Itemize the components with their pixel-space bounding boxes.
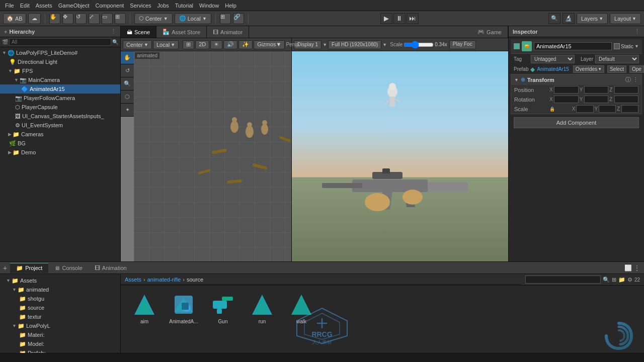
transform-all-btn[interactable]: ⊞ xyxy=(115,13,126,24)
scene-zoom-tool[interactable]: 🔍 xyxy=(121,77,134,90)
pos-z-input[interactable]: 0 xyxy=(614,86,638,94)
filter-icon[interactable]: ⊞ xyxy=(612,277,616,283)
hierarchy-add-btn[interactable]: + xyxy=(4,29,7,35)
add-component-btn[interactable]: Add Component xyxy=(514,117,639,128)
select-btn[interactable]: Select xyxy=(607,65,626,73)
tab-asset-store[interactable]: 🏪 Asset Store xyxy=(156,26,207,38)
scene-extra-tool2[interactable]: ✦ xyxy=(121,104,134,117)
bottom-add-btn[interactable]: + xyxy=(0,264,10,272)
translate-tool-btn[interactable]: ✥ xyxy=(62,13,73,24)
static-checkbox[interactable]: Static ▼ xyxy=(614,43,639,49)
inspector-menu-btn[interactable]: ⋮ xyxy=(634,28,640,35)
scene-hand-tool[interactable]: ✋ xyxy=(121,51,134,64)
pause-btn[interactable]: ⏸ xyxy=(393,13,406,24)
scale-x-input[interactable]: 1 xyxy=(576,105,593,113)
static-check[interactable] xyxy=(614,43,620,49)
tree-item-animatedar15[interactable]: 🔷 AnimatedAr15 xyxy=(0,84,120,94)
tree-item-dirlight[interactable]: 💡 Directional Light xyxy=(0,57,120,66)
transform-info-icon[interactable]: ⓘ xyxy=(625,76,631,83)
scale-tool-btn[interactable]: ⤢ xyxy=(89,13,100,24)
proj-item-mater[interactable]: 📁 Materi: xyxy=(2,330,118,339)
menu-gameobject[interactable]: GameObject xyxy=(55,3,93,9)
proj-item-shotgu[interactable]: 📁 shotgu xyxy=(2,294,118,303)
scene-fx-btn[interactable]: ✨ xyxy=(238,40,253,49)
tab-animator[interactable]: 🎞 Animator xyxy=(207,26,249,38)
object-active-checkbox[interactable] xyxy=(514,43,520,49)
tab-game[interactable]: 🎮 Game xyxy=(471,26,508,38)
tab-project[interactable]: 📁 Project xyxy=(10,263,48,273)
assets-search-input[interactable] xyxy=(525,276,601,284)
collab-btn[interactable]: 🔬 xyxy=(562,13,575,24)
tree-item-cameras[interactable]: ▶ 📁 Cameras xyxy=(0,130,120,139)
layer-select[interactable]: Default xyxy=(595,55,639,63)
menu-services[interactable]: Services xyxy=(127,3,154,9)
rot-z-input[interactable]: 0 xyxy=(614,96,638,103)
panel-collapse-btn[interactable]: ⬜ xyxy=(624,264,632,272)
tab-animation[interactable]: 🎞 Animation xyxy=(89,263,133,273)
layout-dropdown[interactable]: Layout ▼ xyxy=(610,13,641,24)
cloud-btn[interactable]: ☁ xyxy=(28,13,41,24)
asset-walk[interactable]: walk xyxy=(284,292,319,324)
menu-jobs[interactable]: Jobs xyxy=(154,3,172,9)
scene-gizmo-btn[interactable]: Gizmos▼ xyxy=(254,40,285,49)
cloud-icon-btn[interactable]: 🔍 xyxy=(548,13,560,24)
tab-console[interactable]: 🖥 Console xyxy=(48,263,88,273)
hierarchy-search[interactable] xyxy=(9,38,111,46)
breadcrumb-part1[interactable]: animated-rifle xyxy=(147,277,181,283)
tree-item-maincamera[interactable]: ▼ 📷 MainCamera xyxy=(0,75,120,84)
scene-local-btn[interactable]: Local▼ xyxy=(153,40,179,49)
play-btn[interactable]: ▶ xyxy=(380,13,392,24)
tree-item-uieventsystem[interactable]: ⚙ UI_EventSystem xyxy=(0,121,120,130)
layers-dropdown[interactable]: Layers ▼ xyxy=(577,13,608,24)
tree-item-lowpoly[interactable]: ▼ 🌐 LowPolyFPS_LiteDemo# xyxy=(0,48,120,57)
asset-animatedA[interactable]: AnimatedA... xyxy=(166,292,201,324)
grid-btn[interactable]: ⊞ xyxy=(220,13,231,24)
scene-canvas[interactable]: Y xyxy=(134,51,291,261)
tree-item-uicanvas[interactable]: 🖼 UI_Canvas_StarterAssetsInputs_ xyxy=(0,112,120,121)
proj-item-animated[interactable]: ▼ 📁 animated xyxy=(2,285,118,294)
rot-y-input[interactable]: 0 xyxy=(584,96,608,103)
panel-menu-btn[interactable]: ⋮ xyxy=(634,264,640,272)
proj-item-textur[interactable]: 📁 textur xyxy=(2,312,118,321)
scene-center-btn[interactable]: Center▼ xyxy=(123,40,152,49)
tree-item-playercapsule[interactable]: ⬡ PlayerCapsule xyxy=(0,103,120,112)
transform-header[interactable]: ▼ ⊕ Transform ⓘ ⋮ xyxy=(511,74,641,85)
scene-extra-tool1[interactable]: ⬡ xyxy=(121,90,134,104)
proj-item-lowpolyl[interactable]: ▼ 📁 LowPolyL xyxy=(2,321,118,330)
scene-view-mode-btn[interactable]: ⊞ xyxy=(183,40,194,49)
rect-tool-btn[interactable]: ▭ xyxy=(102,13,113,24)
local-global-btn[interactable]: 🌐 Local ▼ xyxy=(175,13,211,24)
scene-2d-btn[interactable]: 2D xyxy=(195,40,209,49)
scene-light-btn[interactable]: ☀ xyxy=(210,40,222,49)
overrides-btn[interactable]: Overrides ▼ xyxy=(573,65,604,73)
asset-run[interactable]: run xyxy=(245,292,280,324)
menu-component[interactable]: Component xyxy=(92,3,127,9)
move-tool-btn[interactable]: ✋ xyxy=(49,13,60,24)
snap-btn[interactable]: 🔗 xyxy=(233,13,244,24)
object-name-field[interactable] xyxy=(534,42,612,50)
game-canvas[interactable] xyxy=(292,51,508,261)
rot-x-input[interactable]: 0 xyxy=(554,96,578,103)
pos-x-input[interactable]: 0 xyxy=(554,86,578,94)
step-btn[interactable]: ⏭ xyxy=(407,13,419,24)
menu-help[interactable]: Help xyxy=(222,3,239,9)
open-btn[interactable]: Ope xyxy=(629,65,644,73)
menu-edit[interactable]: Edit xyxy=(17,3,33,9)
tree-item-fps[interactable]: ▼ 📁 FPS xyxy=(0,66,120,75)
hierarchy-menu-btn[interactable]: ⋮ xyxy=(111,28,116,35)
pos-y-input[interactable]: 0 xyxy=(584,86,608,94)
menu-window[interactable]: Window xyxy=(196,3,222,9)
game-resolution-btn[interactable]: Full HD (1920x1080) xyxy=(328,40,381,49)
scene-rotate-view-tool[interactable]: ↺ xyxy=(121,64,134,77)
scale-y-input[interactable]: 1 xyxy=(599,105,616,113)
tree-item-demo[interactable]: ▶ 📁 Demo xyxy=(0,148,120,157)
menu-file[interactable]: File xyxy=(2,3,17,9)
scale-z-input[interactable]: 1 xyxy=(621,105,638,113)
menu-tutorial[interactable]: Tutorial xyxy=(172,3,196,9)
pivot-center-btn[interactable]: ⬡ Center ▼ xyxy=(134,13,173,24)
menu-assets[interactable]: Assets xyxy=(33,3,55,9)
asset-aim[interactable]: aim xyxy=(127,292,162,324)
play-focus-btn[interactable]: Play Foc xyxy=(449,40,476,49)
proj-item-source[interactable]: 📁 source xyxy=(2,303,118,312)
settings-icon[interactable]: ⚙ xyxy=(627,277,632,283)
